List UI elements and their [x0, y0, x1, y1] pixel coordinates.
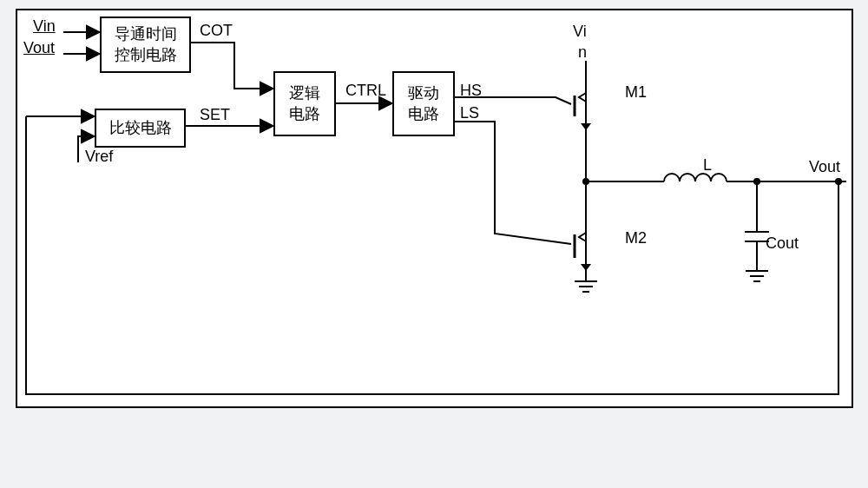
- m2-label: M2: [625, 229, 647, 247]
- ground-m2: [575, 281, 597, 292]
- driver-label: 驱动 电路: [408, 83, 439, 124]
- cout-label: Cout: [766, 234, 799, 253]
- switch-node-dot: [582, 178, 589, 185]
- ground-cout: [746, 271, 768, 281]
- vi-n-suffix: n: [578, 43, 587, 62]
- vin-input-label: Vin: [33, 17, 56, 36]
- feedback-loop: [26, 116, 838, 394]
- compare-label: 比较电路: [109, 118, 172, 138]
- compare-block: 比较电路: [95, 109, 186, 148]
- cot-label: COT: [200, 22, 233, 40]
- driver-block: 驱动 电路: [392, 71, 455, 136]
- vi-top-label: Vi: [573, 23, 587, 41]
- vref-label: Vref: [85, 148, 113, 166]
- ctrl-label: CTRL: [345, 82, 386, 100]
- inductor-label: L: [703, 156, 712, 175]
- set-label: SET: [200, 106, 230, 124]
- vout-input-label: Vout: [23, 39, 55, 57]
- ls-label: LS: [460, 104, 479, 122]
- logic-block: 逻辑 电路: [273, 71, 336, 136]
- diagram-frame: 导通时间 控制电路 比较电路 逻辑 电路 驱动 电路 Vin Vout Vref…: [16, 9, 853, 408]
- m1-label: M1: [625, 83, 647, 102]
- transistor-m1: [575, 84, 591, 130]
- cot-wire: [191, 43, 273, 89]
- vout-right-label: Vout: [809, 158, 840, 176]
- vout-node-dot: [835, 178, 842, 185]
- cout-node-dot: [753, 178, 760, 185]
- inductor-symbol: [664, 174, 727, 181]
- ontime-control-block: 导通时间 控制电路: [100, 16, 191, 73]
- ontime-control-label: 导通时间 控制电路: [115, 24, 177, 65]
- hs-label: HS: [460, 82, 482, 100]
- logic-label: 逻辑 电路: [289, 83, 320, 124]
- transistor-m2: [575, 223, 591, 271]
- ls-wire: [455, 122, 571, 244]
